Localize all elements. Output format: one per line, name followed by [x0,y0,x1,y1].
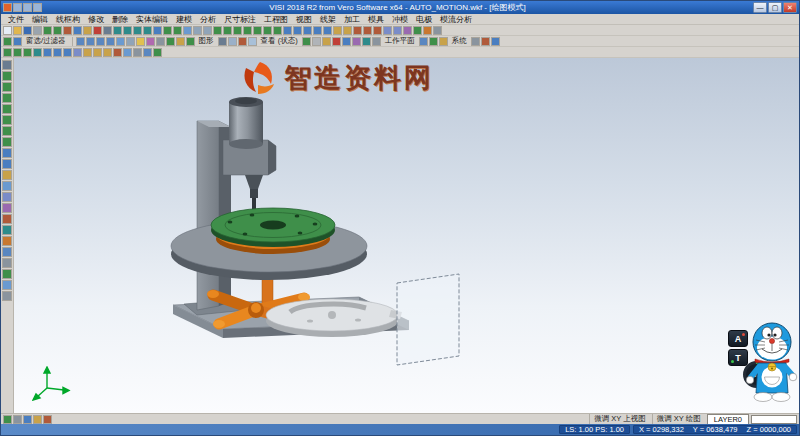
maximize-button[interactable]: ▢ [768,2,782,13]
extend-icon[interactable] [303,26,312,35]
arc-tool-icon[interactable] [2,93,12,103]
text-tool-icon[interactable] [2,148,12,158]
measure-icon[interactable] [413,26,422,35]
pan-icon[interactable] [153,26,162,35]
dimension-tool-icon[interactable] [2,159,12,169]
view-top-icon[interactable] [76,37,85,46]
mirror-icon[interactable] [333,26,342,35]
menu-item[interactable]: 实体编辑 [132,14,172,25]
background-icon[interactable] [228,37,237,46]
redo-icon[interactable] [53,26,62,35]
light-icon[interactable] [136,37,145,46]
circle-tool-icon[interactable] [2,104,12,114]
copy-icon[interactable] [73,26,82,35]
view-front-icon[interactable] [86,37,95,46]
spline-tool-icon[interactable] [2,137,12,147]
track-toggle-icon[interactable] [43,415,52,424]
arc-icon[interactable] [243,26,252,35]
menu-item[interactable]: 删除 [108,14,132,25]
status-layer[interactable]: LAYER0 [707,414,749,425]
status-workplane[interactable]: 微调 XY 上视图 [589,414,650,424]
menu-item[interactable]: 线框构 [52,14,84,25]
status-hidden-icon[interactable] [312,37,321,46]
circle-icon[interactable] [233,26,242,35]
workplane-align-icon[interactable] [439,37,448,46]
menu-item[interactable]: 电极 [412,14,436,25]
view-side-icon[interactable] [96,37,105,46]
transparency-icon[interactable] [248,37,257,46]
mask-arc-icon[interactable] [103,48,112,57]
status-locked-icon[interactable] [322,37,331,46]
previous-view-icon[interactable] [173,26,182,35]
layers-icon[interactable] [423,26,432,35]
status-input-box[interactable] [751,415,797,424]
model-white-disc[interactable] [266,299,402,337]
material-icon[interactable] [146,37,155,46]
edge-select-icon[interactable] [63,48,72,57]
grid-toggle-icon[interactable] [13,415,22,424]
quick-plane-icon[interactable] [143,48,152,57]
menu-item[interactable]: 分析 [196,14,220,25]
snap-icon[interactable] [176,37,185,46]
system-macro-icon[interactable] [481,37,490,46]
line-icon[interactable] [223,26,232,35]
profile-icon[interactable] [3,48,12,57]
selection-mode-icon[interactable] [3,37,12,46]
ellipse-tool-icon[interactable] [2,115,12,125]
menu-item[interactable]: 冲模 [388,14,412,25]
select-arrow-icon[interactable] [2,60,12,70]
menu-item[interactable]: 线架 [316,14,340,25]
app-icon[interactable] [3,3,12,12]
polygon-tool-icon[interactable] [2,126,12,136]
chain-select-icon[interactable] [43,48,52,57]
axes-icon[interactable] [166,37,175,46]
mask-line-icon[interactable] [93,48,102,57]
mask-point-icon[interactable] [83,48,92,57]
mask-solid-icon[interactable] [113,48,122,57]
menu-item[interactable]: 模具 [364,14,388,25]
zoom-out-icon[interactable] [123,26,132,35]
boolean-icon[interactable] [403,26,412,35]
menu-item[interactable]: 模流分析 [436,14,476,25]
offset-icon[interactable] [283,26,292,35]
close-button[interactable]: ✕ [783,2,797,13]
snap-toggle-icon[interactable] [3,415,12,424]
mask-surface-icon[interactable] [123,48,132,57]
grid-icon[interactable] [156,37,165,46]
minimize-button[interactable]: — [753,2,767,13]
render-shaded-icon[interactable] [116,37,125,46]
profile-closed-icon[interactable] [23,48,32,57]
open-file-icon[interactable] [13,26,22,35]
menu-item[interactable]: 尺寸标注 [220,14,260,25]
plane-tool-icon[interactable] [2,258,12,268]
options-icon[interactable] [433,26,442,35]
profile-auto-icon[interactable] [33,48,42,57]
hud-button-t[interactable]: T [728,349,748,366]
transform-tool-icon[interactable] [2,214,12,224]
status-layer-icon[interactable] [342,37,351,46]
menu-item[interactable]: 建模 [172,14,196,25]
hatch-tool-icon[interactable] [2,170,12,180]
quick-redo-icon[interactable] [33,3,42,12]
body-select-icon[interactable] [73,48,82,57]
render-tool-icon[interactable] [2,280,12,290]
quick-undo-icon[interactable] [23,3,32,12]
settings-tool-icon[interactable] [2,291,12,301]
hud-button-a[interactable]: A [728,330,748,347]
shaded-view-icon[interactable] [183,26,192,35]
delete-icon[interactable] [93,26,102,35]
menu-item[interactable]: 加工 [340,14,364,25]
status-color-icon[interactable] [332,37,341,46]
surface-tool-icon[interactable] [2,181,12,191]
point-icon[interactable] [213,26,222,35]
menu-item[interactable]: 文件 [4,14,28,25]
workplane-xy-icon[interactable] [419,37,428,46]
status-info-icon[interactable] [362,37,371,46]
feature-tool-icon[interactable] [2,203,12,213]
view-iso-icon[interactable] [106,37,115,46]
undo-icon[interactable] [43,26,52,35]
refresh-icon[interactable] [186,37,195,46]
rotate-view-icon[interactable] [163,26,172,35]
move-icon[interactable] [353,26,362,35]
polyline-icon[interactable] [263,26,272,35]
